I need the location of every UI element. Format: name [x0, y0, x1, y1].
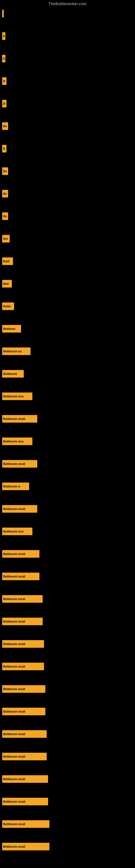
bar-11: Bot: [2, 235, 10, 243]
bar-item-36: Bottleneck result: [2, 798, 135, 805]
bar-item-33: Bottleneck result: [2, 730, 135, 738]
bar-29: Bottleneck result: [2, 640, 44, 648]
bar-item-16: Bottleneck res: [2, 347, 135, 355]
bar-10: Bo: [2, 212, 8, 220]
bar-14: Bottle: [2, 303, 14, 310]
bar-item-35: Bottleneck result: [2, 775, 135, 783]
bar-item-1: [2, 10, 135, 18]
bar-item-34: Bottleneck result: [2, 753, 135, 760]
bar-label-36: Bottleneck result: [3, 800, 25, 803]
bar-item-13: Bott: [2, 280, 135, 287]
bar-36: Bottleneck result: [2, 798, 48, 805]
bar-label-12: Bottl: [3, 260, 9, 263]
bar-item-28: Bottleneck result: [2, 618, 135, 625]
bar-25: Bottleneck result: [2, 550, 39, 558]
bar-item-23: Bottleneck result: [2, 505, 135, 513]
bar-37: Bottleneck result: [2, 820, 49, 828]
bar-7: B: [2, 145, 6, 152]
bar-item-7: B: [2, 145, 135, 152]
bar-8: Bo: [2, 167, 8, 175]
bar-26: Bottleneck result: [2, 572, 39, 580]
bar-15: Bottlenec: [2, 325, 21, 333]
bar-23: Bottleneck result: [2, 505, 37, 513]
bar-label-37: Bottleneck result: [3, 823, 25, 826]
bars-container: EEBBBoBBoBoBoBotBottlBottBottleBottlenec…: [0, 7, 135, 861]
bar-item-25: Bottleneck result: [2, 550, 135, 558]
bar-item-4: B: [2, 77, 135, 85]
bar-item-37: Bottleneck result: [2, 820, 135, 828]
bar-item-30: Bottleneck result: [2, 663, 135, 670]
bar-item-20: Bottleneck resu: [2, 437, 135, 445]
bar-2: E: [2, 32, 5, 40]
bar-label-16: Bottleneck res: [3, 350, 22, 353]
bar-item-26: Bottleneck result: [2, 572, 135, 580]
bar-label-11: Bot: [3, 237, 8, 240]
site-header: TheBottlenecker.com: [0, 0, 135, 7]
bar-label-20: Bottleneck resu: [3, 440, 24, 443]
bar-label-30: Bottleneck result: [3, 665, 25, 668]
bar-label-14: Bottle: [3, 305, 11, 308]
bar-label-22: Bottleneck re: [3, 485, 20, 488]
bar-label-31: Bottleneck result: [3, 688, 25, 691]
bar-label-25: Bottleneck result: [3, 553, 25, 556]
bar-label-21: Bottleneck result: [3, 463, 25, 465]
bar-label-28: Bottleneck result: [3, 620, 25, 623]
bar-item-2: E: [2, 32, 135, 40]
bar-label-5: B: [3, 102, 5, 105]
bar-35: Bottleneck result: [2, 775, 48, 783]
bar-item-12: Bottl: [2, 257, 135, 265]
bar-label-6: Bo: [3, 125, 7, 128]
bar-item-10: Bo: [2, 212, 135, 220]
bar-label-7: B: [3, 147, 5, 150]
bar-label-3: E: [3, 57, 5, 60]
bar-item-9: Bo: [2, 190, 135, 197]
bar-12: Bottl: [2, 257, 13, 265]
bar-item-32: Bottleneck result: [2, 708, 135, 715]
bar-3: E: [2, 55, 5, 62]
bar-27: Bottleneck result: [2, 595, 43, 603]
bar-9: Bo: [2, 190, 8, 197]
bar-22: Bottleneck re: [2, 483, 29, 490]
bar-4: B: [2, 77, 6, 85]
bar-label-24: Bottleneck resu: [3, 530, 24, 533]
bar-label-15: Bottlenec: [3, 328, 16, 330]
bar-label-10: Bo: [3, 215, 7, 218]
site-title: TheBottlenecker.com: [0, 0, 135, 7]
bar-item-14: Bottle: [2, 303, 135, 310]
bar-label-19: Bottleneck result: [3, 417, 25, 421]
bar-item-3: E: [2, 55, 135, 62]
bar-item-17: Bottleneck: [2, 370, 135, 378]
bar-item-31: Bottleneck result: [2, 685, 135, 693]
bar-18: Bottleneck resu: [2, 393, 32, 400]
bar-label-13: Bott: [3, 282, 9, 285]
bar-38: Bottleneck result: [2, 843, 49, 850]
bar-17: Bottleneck: [2, 370, 24, 378]
bar-28: Bottleneck result: [2, 618, 43, 625]
bar-label-4: B: [3, 80, 5, 83]
bar-label-38: Bottleneck result: [3, 845, 25, 848]
bar-5: B: [2, 100, 6, 107]
bar-label-35: Bottleneck result: [3, 778, 25, 781]
bar-label-9: Bo: [3, 192, 7, 195]
bar-label-23: Bottleneck result: [3, 507, 25, 510]
bar-label-8: Bo: [3, 170, 7, 173]
bar-item-6: Bo: [2, 122, 135, 130]
bar-20: Bottleneck resu: [2, 437, 32, 445]
bar-item-11: Bot: [2, 235, 135, 243]
bar-item-8: Bo: [2, 167, 135, 175]
bar-label-29: Bottleneck result: [3, 643, 25, 646]
bar-31: Bottleneck result: [2, 685, 45, 693]
bar-21: Bottleneck result: [2, 460, 37, 468]
bar-item-21: Bottleneck result: [2, 460, 135, 468]
bar-label-17: Bottleneck: [3, 372, 17, 375]
bar-label-2: E: [3, 35, 5, 38]
bar-item-29: Bottleneck result: [2, 640, 135, 648]
bar-item-5: B: [2, 100, 135, 107]
bar-item-18: Bottleneck resu: [2, 393, 135, 400]
bar-label-32: Bottleneck result: [3, 710, 25, 713]
bar-32: Bottleneck result: [2, 708, 45, 715]
bar-item-24: Bottleneck resu: [2, 528, 135, 535]
bar-13: Bott: [2, 280, 12, 287]
bar-item-27: Bottleneck result: [2, 595, 135, 603]
bar-24: Bottleneck resu: [2, 528, 32, 535]
